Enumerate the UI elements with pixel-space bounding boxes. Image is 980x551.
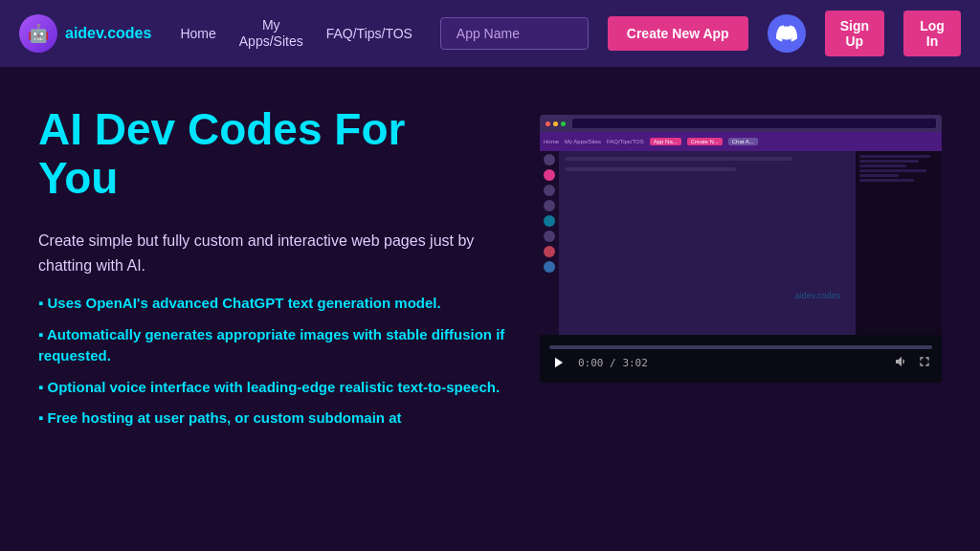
- nav-home[interactable]: Home: [180, 26, 215, 41]
- mock-dot-yellow: [553, 121, 558, 126]
- video-player: Home My Apps/Sites FAQ/Tips/TOS App Na..…: [540, 115, 942, 383]
- app-name-input[interactable]: [440, 17, 589, 50]
- log-in-button[interactable]: Log In: [903, 11, 961, 56]
- mock-nav-appbtn: App Na...: [650, 138, 681, 145]
- video-progress-bar[interactable]: [549, 345, 932, 349]
- nav-my-apps-line2: Apps/Sites: [239, 33, 303, 50]
- mock-sidebar-icon-5: [544, 215, 555, 227]
- mock-content-area: aidev.codes: [540, 151, 942, 335]
- discord-button[interactable]: [768, 14, 806, 53]
- mock-panel-line-6: [859, 179, 914, 182]
- feature-2: ▪ Automatically generates appropriate im…: [38, 324, 511, 367]
- mock-line-2: [565, 167, 736, 171]
- mock-browser-bar: [540, 115, 942, 132]
- hero-left: AI Dev Codes For You Create simple but f…: [38, 105, 511, 551]
- hero-description: Create simple but fully custom and inter…: [38, 229, 511, 277]
- discord-icon: [776, 23, 797, 44]
- fullscreen-icon[interactable]: [917, 354, 932, 372]
- svg-marker-0: [555, 358, 563, 368]
- video-time: 0:00 / 3:02: [578, 357, 648, 369]
- mock-line-1: [565, 157, 792, 161]
- play-icon: [552, 356, 566, 369]
- mock-sidebar-icon-1: [544, 154, 555, 165]
- hero-headline: AI Dev Codes For You: [38, 105, 511, 202]
- mock-right-panel: [856, 151, 942, 335]
- hero-right: Home My Apps/Sites FAQ/Tips/TOS App Na..…: [540, 105, 942, 551]
- mock-panel-line-4: [859, 169, 926, 172]
- video-screen: Home My Apps/Sites FAQ/Tips/TOS App Na..…: [540, 115, 942, 335]
- logo[interactable]: 🤖 aidev.codes: [19, 14, 151, 53]
- mock-dot-red: [546, 121, 550, 126]
- sign-up-line1: Sign: [840, 18, 869, 33]
- navbar: 🤖 aidev.codes Home My Apps/Sites FAQ/Tip…: [0, 0, 980, 67]
- mock-sidebar-icon-6: [544, 231, 555, 242]
- mock-panel-line-5: [859, 174, 899, 177]
- create-new-app-button[interactable]: Create New App: [608, 16, 748, 51]
- mock-sidebar: [540, 151, 559, 335]
- logo-emoji: 🤖: [28, 23, 49, 44]
- mock-sidebar-icon-8: [544, 261, 555, 273]
- nav-my-apps[interactable]: My Apps/Sites: [239, 17, 303, 50]
- current-time: 0:00: [578, 357, 604, 369]
- video-content: Home My Apps/Sites FAQ/Tips/TOS App Na..…: [540, 115, 942, 335]
- feature-3: ▪ Optional voice interface with leading-…: [38, 377, 511, 399]
- main-content: AI Dev Codes For You Create simple but f…: [0, 67, 980, 551]
- video-duration: 3:02: [622, 357, 648, 369]
- volume-svg: [894, 354, 909, 369]
- mock-sidebar-icon-2: [544, 169, 555, 181]
- mock-browser-nav: Home My Apps/Sites FAQ/Tips/TOS App Na..…: [540, 132, 942, 151]
- sign-up-button[interactable]: Sign Up: [825, 11, 884, 56]
- nav-links: Home My Apps/Sites FAQ/Tips/TOS: [180, 17, 420, 50]
- play-button[interactable]: [549, 353, 568, 372]
- log-in-line1: Log: [920, 18, 945, 33]
- video-controls-row: 0:00 / 3:02: [549, 353, 932, 372]
- mock-sidebar-icon-7: [544, 246, 555, 257]
- mock-sidebar-icon-4: [544, 200, 555, 211]
- mock-browser: Home My Apps/Sites FAQ/Tips/TOS App Na..…: [540, 115, 942, 335]
- volume-icon[interactable]: [894, 354, 909, 372]
- headline-line2: You: [38, 153, 118, 203]
- logo-icon: 🤖: [19, 14, 57, 53]
- mock-main-area: aidev.codes: [559, 151, 856, 335]
- mock-nav-faq: FAQ/Tips/TOS: [607, 139, 644, 144]
- mock-nav-apps: My Apps/Sites: [565, 139, 601, 144]
- fullscreen-svg: [917, 354, 932, 369]
- log-in-line2: In: [926, 33, 938, 49]
- brand-name: aidev.codes: [65, 25, 151, 42]
- mock-nav-chatbtn: Chat A...: [728, 138, 758, 145]
- mock-nav-createbtn: Create N...: [687, 138, 723, 145]
- feature-4: ▪ Free hosting at user paths, or custom …: [38, 408, 511, 430]
- mock-watermark: aidev.codes: [795, 291, 840, 300]
- video-controls: 0:00 / 3:02: [540, 335, 942, 383]
- nav-my-apps-line1: My: [262, 17, 280, 33]
- headline-line1: AI Dev Codes For: [38, 104, 405, 154]
- feature-1: ▪ Uses OpenAI's advanced ChatGPT text ge…: [38, 293, 511, 315]
- sign-up-line2: Up: [845, 33, 863, 49]
- video-right-controls: [894, 354, 932, 372]
- mock-url-bar: [572, 119, 936, 128]
- mock-panel-line-2: [859, 160, 919, 163]
- nav-faq[interactable]: FAQ/Tips/TOS: [326, 26, 412, 41]
- mock-panel-line-3: [859, 165, 906, 167]
- mock-panel-line-1: [859, 155, 930, 158]
- mock-nav-home: Home: [544, 139, 559, 144]
- mock-dot-green: [561, 121, 566, 126]
- mock-sidebar-icon-3: [544, 185, 555, 196]
